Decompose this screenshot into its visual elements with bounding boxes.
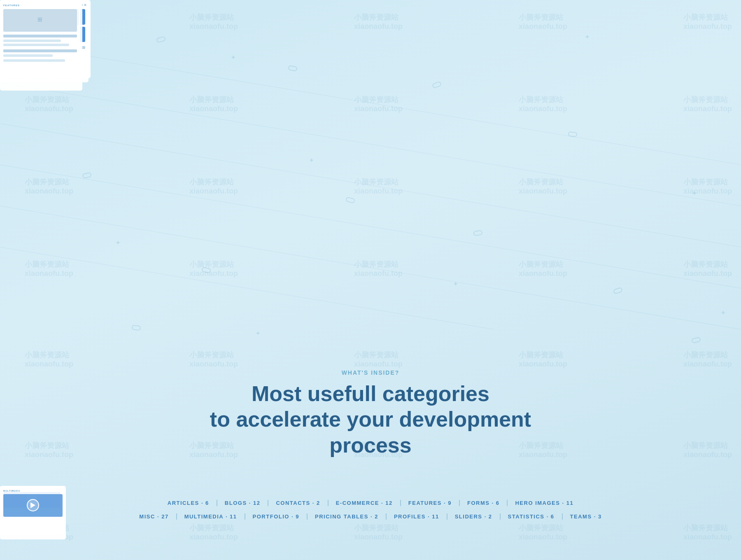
tag-sliders[interactable]: SLIDERS · 2 [447, 513, 501, 520]
tag-pricing[interactable]: PRICING TABLES · 2 [308, 513, 387, 520]
eyebrow-text: WHAT'S INSIDE? [185, 369, 556, 376]
svg-line-5 [0, 247, 741, 329]
svg-rect-200 [3, 59, 65, 62]
mockup-scene: E-COMMERCE ⊞ FEATURES ⊞ E-COMMERCE [0, 0, 741, 321]
tag-articles[interactable]: ARTICLES · 6 [160, 500, 217, 506]
svg-line-3 [0, 165, 741, 288]
main-heading: Most usefull categories to accelerate yo… [185, 381, 556, 458]
tag-hero-images[interactable]: HERO IMAGES · 11 [508, 500, 581, 506]
tags-row-1: ARTICLES · 6 BLOGS · 12 CONTACTS · 2 E-C… [0, 500, 741, 506]
svg-rect-195 [3, 35, 77, 37]
svg-rect-199 [3, 54, 53, 57]
svg-point-163 [84, 4, 86, 6]
tag-multimedia[interactable]: MULTIMEDIA · 11 [177, 513, 245, 520]
tag-features[interactable]: FEATURES · 9 [401, 500, 460, 506]
tag-profiles[interactable]: PROFILES · 11 [387, 513, 447, 520]
tag-ecommerce[interactable]: E-COMMERCE · 12 [329, 500, 401, 506]
svg-text:⊞: ⊞ [37, 16, 42, 23]
main-content: WHAT'S INSIDE? Most usefull categories t… [185, 369, 556, 461]
svg-line-4 [0, 206, 741, 329]
svg-text:FEATURES: FEATURES [3, 4, 20, 7]
heading-line2: to accelerate your development process [185, 406, 556, 458]
svg-text:MULTIMEDIA: MULTIMEDIA [3, 490, 20, 492]
svg-rect-197 [3, 44, 69, 46]
tag-contacts[interactable]: CONTACTS · 2 [268, 500, 328, 506]
tag-forms[interactable]: FORMS · 6 [460, 500, 508, 506]
tags-row-2: MISC · 27 MULTIMEDIA · 11 PORTFOLIO · 9 … [0, 513, 741, 520]
svg-line-2 [0, 124, 741, 247]
tag-teams[interactable]: TEAMS · 3 [563, 513, 609, 520]
tags-section: ARTICLES · 6 BLOGS · 12 CONTACTS · 2 E-C… [0, 500, 741, 527]
svg-line-0 [0, 41, 741, 165]
svg-line-1 [0, 82, 741, 206]
iso-svg: E-COMMERCE ⊞ FEATURES ⊞ E-COMMERCE [0, 0, 741, 329]
tag-portfolio[interactable]: PORTFOLIO · 9 [245, 513, 308, 520]
heading-line1: Most usefull categories [185, 381, 556, 406]
tag-misc[interactable]: MISC · 27 [132, 513, 177, 520]
svg-rect-196 [3, 40, 61, 42]
tag-blogs[interactable]: BLOGS · 12 [217, 500, 269, 506]
svg-rect-198 [3, 49, 77, 52]
tag-statistics[interactable]: STATISTICS · 6 [501, 513, 563, 520]
